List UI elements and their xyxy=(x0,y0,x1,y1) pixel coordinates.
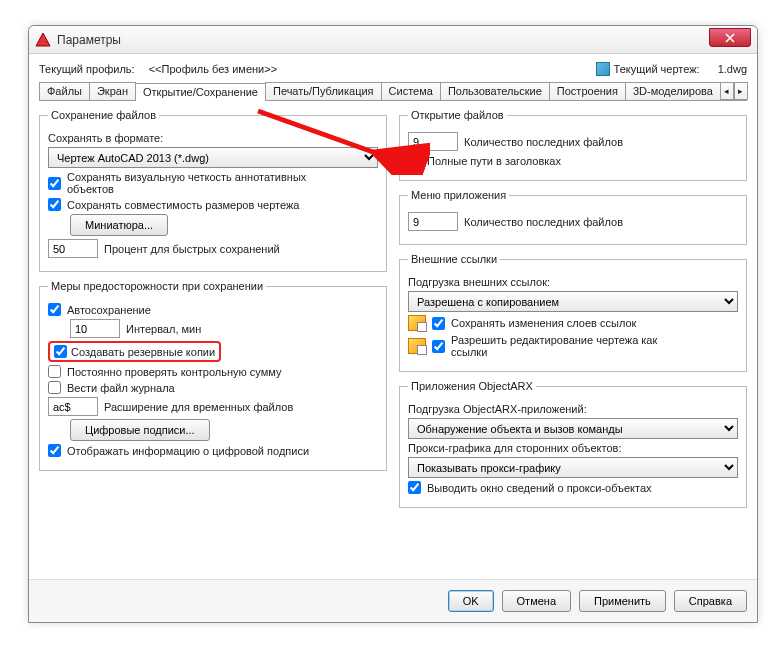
cb-crc-label: Постоянно проверять контрольную сумму xyxy=(67,366,281,378)
cb-proxyinfo-label: Выводить окно сведений о прокси-объектах xyxy=(427,482,652,494)
tab-scroll-right[interactable]: ▸ xyxy=(734,82,748,100)
tab-files[interactable]: Файлы xyxy=(39,82,90,100)
options-dialog: Параметры Текущий профиль: <<Профиль без… xyxy=(28,25,758,623)
proxy-label: Прокси-графика для сторонних объектов: xyxy=(408,442,621,454)
cb-backup[interactable] xyxy=(54,345,67,358)
app-icon xyxy=(35,32,51,48)
cb-fullpath[interactable] xyxy=(408,154,421,167)
tab-display[interactable]: Экран xyxy=(89,82,136,100)
thumbnail-button[interactable]: Миниатюра... xyxy=(70,214,168,236)
svg-marker-0 xyxy=(36,33,50,46)
group-app-menu: Меню приложения Количество последних фай… xyxy=(399,189,747,245)
ok-button[interactable]: OK xyxy=(448,590,494,612)
percent-input[interactable] xyxy=(48,239,98,258)
format-label: Сохранять в формате: xyxy=(48,132,163,144)
legend-app-menu: Меню приложения xyxy=(408,189,509,201)
cb-log[interactable] xyxy=(48,381,61,394)
group-precautions: Меры предосторожности при сохранении Авт… xyxy=(39,280,387,471)
tab-3d[interactable]: 3D-моделирова xyxy=(625,82,721,100)
xref-edit-icon xyxy=(408,338,426,354)
drawing-value: 1.dwg xyxy=(718,63,747,75)
proxy-select[interactable]: Показывать прокси-графику xyxy=(408,457,738,478)
format-select[interactable]: Чертеж AutoCAD 2013 (*.dwg) xyxy=(48,147,378,168)
cb-siginfo-label: Отображать информацию о цифровой подписи xyxy=(67,445,309,457)
titlebar: Параметры xyxy=(29,26,757,54)
xref-load-label: Подгрузка внешних ссылок: xyxy=(408,276,550,288)
legend-open-files: Открытие файлов xyxy=(408,109,507,121)
percent-label: Процент для быстрых сохранений xyxy=(104,243,280,255)
tab-scroll-left[interactable]: ◂ xyxy=(720,82,734,100)
legend-precautions: Меры предосторожности при сохранении xyxy=(48,280,266,292)
arx-load-label: Подгрузка ObjectARX-приложений: xyxy=(408,403,587,415)
cb-log-label: Вести файл журнала xyxy=(67,382,175,394)
signatures-button[interactable]: Цифровые подписи... xyxy=(70,419,210,441)
close-button[interactable] xyxy=(709,28,751,47)
help-button[interactable]: Справка xyxy=(674,590,747,612)
ext-label: Расширение для временных файлов xyxy=(104,401,293,413)
cb-siginfo[interactable] xyxy=(48,444,61,457)
cb-size-label: Сохранять совместимость размеров чертежа xyxy=(67,199,299,211)
recent-files-input[interactable] xyxy=(408,132,458,151)
cb-xref-layers-label: Сохранять изменения слоев ссылок xyxy=(451,317,636,329)
cb-proxyinfo[interactable] xyxy=(408,481,421,494)
group-save-files: Сохранение файлов Сохранять в формате: Ч… xyxy=(39,109,387,272)
backup-highlight: Создавать резервные копии xyxy=(48,341,221,362)
legend-xrefs: Внешние ссылки xyxy=(408,253,500,265)
cb-fullpath-label: Полные пути в заголовках xyxy=(427,155,561,167)
cb-xref-edit[interactable] xyxy=(432,340,445,353)
cancel-button[interactable]: Отмена xyxy=(502,590,571,612)
recent-files-label: Количество последних файлов xyxy=(464,136,623,148)
close-icon xyxy=(725,33,735,43)
cb-autosave-label: Автосохранение xyxy=(67,304,151,316)
group-xrefs: Внешние ссылки Подгрузка внешних ссылок:… xyxy=(399,253,747,372)
cb-size[interactable] xyxy=(48,198,61,211)
tab-drafting[interactable]: Построения xyxy=(549,82,626,100)
cb-backup-label: Создавать резервные копии xyxy=(71,346,215,358)
cb-xref-layers[interactable] xyxy=(432,317,445,330)
legend-arx: Приложения ObjectARX xyxy=(408,380,536,392)
tab-user[interactable]: Пользовательские xyxy=(440,82,550,100)
ext-input[interactable] xyxy=(48,397,98,416)
window-title: Параметры xyxy=(57,33,121,47)
cb-crc[interactable] xyxy=(48,365,61,378)
group-open-files: Открытие файлов Количество последних фай… xyxy=(399,109,747,181)
tab-system[interactable]: Система xyxy=(381,82,441,100)
cb-visual[interactable] xyxy=(48,177,61,190)
tab-open-save[interactable]: Открытие/Сохранение xyxy=(135,83,266,101)
legend-save-files: Сохранение файлов xyxy=(48,109,159,121)
dialog-footer: OK Отмена Применить Справка xyxy=(29,579,757,622)
xref-icon xyxy=(408,315,426,331)
drawing-icon xyxy=(596,62,610,76)
interval-label: Интервал, мин xyxy=(126,323,201,335)
appmenu-recent-label: Количество последних файлов xyxy=(464,216,623,228)
profile-value: <<Профиль без имени>> xyxy=(149,63,277,75)
drawing-label: Текущий чертеж: xyxy=(614,63,700,75)
group-arx: Приложения ObjectARX Подгрузка ObjectARX… xyxy=(399,380,747,508)
xref-load-select[interactable]: Разрешена с копированием xyxy=(408,291,738,312)
apply-button[interactable]: Применить xyxy=(579,590,666,612)
cb-autosave[interactable] xyxy=(48,303,61,316)
cb-visual-label: Сохранять визуальную четкость аннотативн… xyxy=(67,171,327,195)
arx-load-select[interactable]: Обнаружение объекта и вызов команды xyxy=(408,418,738,439)
tab-strip: Файлы Экран Открытие/Сохранение Печать/П… xyxy=(39,82,747,101)
profile-label: Текущий профиль: xyxy=(39,63,135,75)
cb-xref-edit-label: Разрешить редактирование чертежа как ссы… xyxy=(451,334,691,358)
tab-plot[interactable]: Печать/Публикация xyxy=(265,82,382,100)
appmenu-recent-input[interactable] xyxy=(408,212,458,231)
interval-input[interactable] xyxy=(70,319,120,338)
